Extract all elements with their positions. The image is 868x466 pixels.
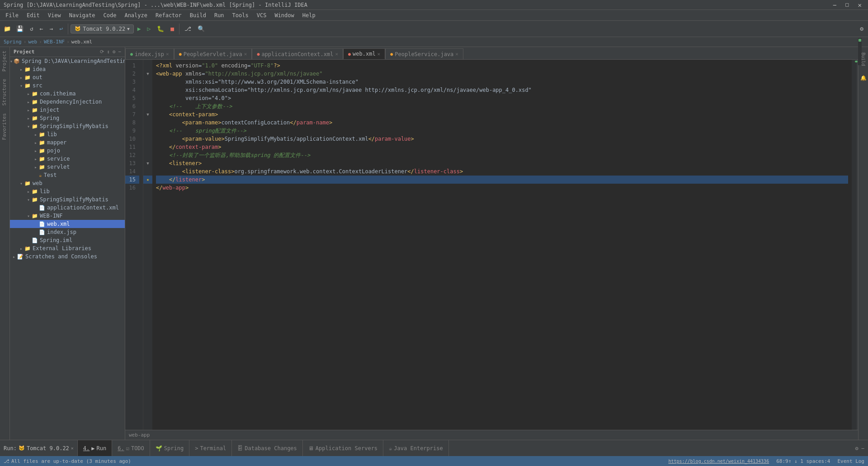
menu-item-refactor[interactable]: Refactor: [152, 11, 185, 19]
menu-item-navigate[interactable]: Navigate: [66, 11, 99, 19]
tree-item-1[interactable]: ▸📁idea: [10, 65, 125, 73]
tree-item-24[interactable]: ▸📝Scratches and Consoles: [10, 252, 125, 261]
menu-item-view[interactable]: View: [44, 11, 65, 19]
menu-item-window[interactable]: Window: [271, 11, 297, 19]
build-button[interactable]: ▶: [135, 24, 144, 34]
tree-arrow-16[interactable]: ▸: [26, 189, 31, 194]
maximize-button[interactable]: □: [843, 1, 851, 9]
tree-arrow-12[interactable]: ▸: [33, 157, 38, 162]
gutter-13[interactable]: ▼: [143, 159, 152, 167]
url-link[interactable]: https://blog.csdn.net/weixin_44134336: [668, 459, 769, 464]
refresh-button[interactable]: ↺: [27, 24, 36, 34]
tree-arrow-3[interactable]: ▾: [19, 83, 24, 88]
tree-arrow-1[interactable]: ▸: [19, 67, 24, 72]
minimize-button[interactable]: −: [830, 1, 839, 9]
event-log-link[interactable]: Event Log: [837, 458, 864, 464]
undo-button[interactable]: ↩: [57, 24, 66, 34]
git-button[interactable]: ⎇: [182, 24, 194, 34]
sidebar-sync-icon[interactable]: ⟳: [100, 49, 104, 55]
tree-item-21[interactable]: 📄index.jsp: [10, 228, 125, 236]
tree-arrow-0[interactable]: ▾: [10, 59, 13, 64]
save-button[interactable]: 💾: [14, 24, 26, 34]
tab-2[interactable]: ●applicationContext.xml✕: [252, 48, 343, 59]
tree-item-20[interactable]: 📄web.xml: [10, 220, 125, 228]
tab-close-1[interactable]: ✕: [244, 51, 247, 57]
bottom-tab-0[interactable]: 4. ▶ Run: [78, 440, 112, 456]
menu-item-file[interactable]: File: [2, 11, 22, 19]
tree-item-11[interactable]: ▸📁pojo: [10, 147, 125, 155]
bottom-tab-6[interactable]: ☕ Java Enterprise: [383, 440, 449, 456]
tree-item-19[interactable]: ▾📁WEB-INF: [10, 212, 125, 220]
tree-item-22[interactable]: 📄Spring.iml: [10, 236, 125, 244]
tree-arrow-23[interactable]: ▸: [19, 246, 24, 251]
run-config-selector[interactable]: 🐱 Tomcat 9.0.22 ▼: [71, 24, 133, 33]
tab-0[interactable]: ●index.jsp✕: [125, 48, 174, 59]
bottom-tab-4[interactable]: 🗄 Database Changes: [232, 440, 303, 456]
bottom-tab-3[interactable]: > Terminal: [189, 440, 232, 456]
code-content[interactable]: <?xml version="1.0" encoding="UTF-8"?><w…: [152, 60, 852, 430]
gutter-2[interactable]: ▼: [143, 70, 152, 78]
tab-3[interactable]: ●web.xml✕: [343, 48, 385, 59]
menu-item-run[interactable]: Run: [211, 11, 228, 19]
menu-item-edit[interactable]: Edit: [23, 11, 43, 19]
tree-arrow-15[interactable]: ▾: [19, 181, 24, 186]
tree-item-23[interactable]: ▸📁External Libraries: [10, 244, 125, 252]
code-editor[interactable]: 12345678910111213141516 ▼▼▼★ <?xml versi…: [125, 60, 858, 430]
tab-close-0[interactable]: ✕: [166, 51, 169, 57]
tab-1[interactable]: ●PeopleServlet.java✕: [174, 48, 252, 59]
tree-arrow-6[interactable]: ▸: [26, 108, 31, 113]
tree-item-9[interactable]: ▸📁lib: [10, 130, 125, 138]
tree-item-13[interactable]: ▸📁servlet: [10, 163, 125, 171]
settings-button[interactable]: ⚙: [857, 24, 866, 34]
menu-item-build[interactable]: Build: [186, 11, 210, 19]
tree-arrow-7[interactable]: ▸: [26, 116, 31, 121]
project-tab[interactable]: Project: [0, 47, 9, 75]
settings-gear-icon[interactable]: ⚙: [855, 445, 859, 452]
tree-arrow-13[interactable]: ▸: [33, 165, 38, 170]
tree-arrow-11[interactable]: ▸: [33, 148, 38, 153]
tree-item-2[interactable]: ▸📁out: [10, 73, 125, 81]
tree-arrow-8[interactable]: ▾: [26, 124, 31, 129]
tree-arrow-19[interactable]: ▾: [26, 214, 31, 219]
menu-item-help[interactable]: Help: [299, 11, 319, 19]
stop-button[interactable]: ■: [168, 24, 177, 34]
menu-item-code[interactable]: Code: [100, 11, 120, 19]
tab-4[interactable]: ●PeopleService.java✕: [385, 48, 463, 59]
tree-item-4[interactable]: ▸📁com.itheima: [10, 90, 125, 98]
structure-tab[interactable]: Structure: [0, 75, 9, 109]
bottom-tab-2[interactable]: 🌱 Spring: [150, 440, 189, 456]
tree-arrow-4[interactable]: ▸: [26, 91, 31, 96]
hide-panel-icon[interactable]: −: [861, 445, 864, 452]
tree-arrow-9[interactable]: ▸: [33, 132, 38, 137]
tree-item-0[interactable]: ▾📦Spring D:\JAVA\LearningAndTesting\Spri…: [10, 57, 125, 65]
tree-item-16[interactable]: ▸📁lib: [10, 187, 125, 195]
tree-item-17[interactable]: ▾📁SpringSimplifyMybatis: [10, 195, 125, 204]
favorites-tab[interactable]: Favorites: [0, 109, 9, 144]
bottom-tab-5[interactable]: 🖥 Application Servers: [303, 440, 383, 456]
breadcrumb-webinf[interactable]: WEB-INF: [44, 39, 65, 45]
breadcrumb-spring[interactable]: Spring: [4, 39, 22, 45]
tree-item-6[interactable]: ▸📁inject: [10, 106, 125, 114]
menu-item-analyze[interactable]: Analyze: [121, 11, 151, 19]
tree-item-12[interactable]: ▸📁service: [10, 155, 125, 163]
tree-item-3[interactable]: ▾📁src: [10, 81, 125, 90]
sidebar-sort-icon[interactable]: ↕: [107, 49, 110, 55]
tab-close-2[interactable]: ✕: [335, 51, 338, 57]
run-button[interactable]: ▷: [144, 24, 153, 34]
menu-item-tools[interactable]: Tools: [229, 11, 252, 19]
build-side-icon[interactable]: Build: [860, 49, 867, 70]
right-scrollbar[interactable]: [852, 60, 858, 430]
forward-button[interactable]: →: [47, 24, 56, 34]
close-button[interactable]: ✕: [855, 1, 864, 9]
debug-button[interactable]: 🐛: [154, 24, 167, 34]
tree-arrow-17[interactable]: ▾: [26, 197, 31, 202]
tree-arrow-10[interactable]: ▸: [33, 140, 38, 145]
tree-item-15[interactable]: ▾📁web: [10, 179, 125, 187]
tree-item-5[interactable]: ▸📁DependencyInjection: [10, 98, 125, 106]
tree-item-7[interactable]: ▸📁Spring: [10, 114, 125, 122]
tab-close-3[interactable]: ✕: [377, 51, 381, 57]
tab-close-4[interactable]: ✕: [455, 51, 458, 57]
notifications-icon[interactable]: 🔔: [859, 73, 868, 83]
search-button[interactable]: 🔍: [195, 24, 208, 34]
menu-item-vcs[interactable]: VCS: [253, 11, 270, 19]
